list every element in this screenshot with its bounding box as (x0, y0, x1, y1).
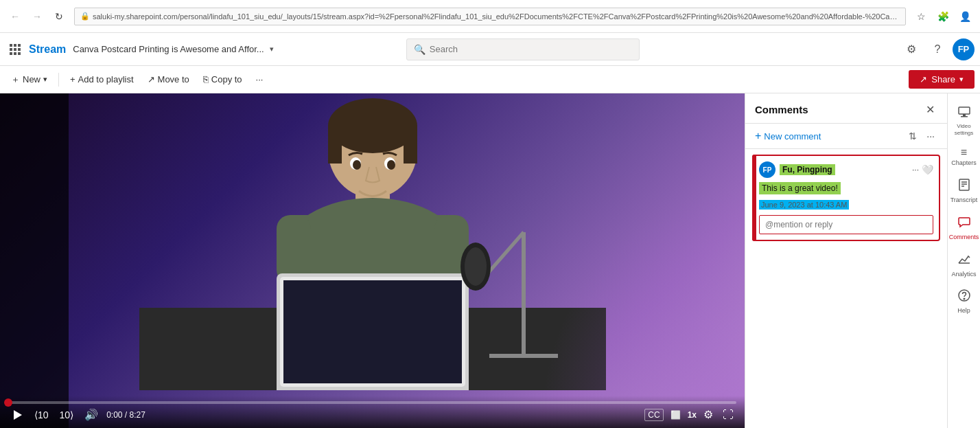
browser-right-icons: ☆ 🧩 👤 (911, 7, 975, 26)
refresh-button[interactable]: ↻ (49, 7, 69, 26)
comment-card: FP Fu, Pingping ··· 🤍 This is a great vi… (752, 155, 940, 241)
toolbar: ＋ New ▾ + Add to playlist ↗ Move to ⎘ Co… (0, 66, 980, 93)
captions-button[interactable]: ⬜ (668, 409, 684, 421)
chapters-label: Chapters (951, 159, 977, 167)
video-settings-icon (957, 104, 971, 122)
svg-rect-21 (283, 280, 462, 383)
add-to-playlist-button[interactable]: + Add to playlist (65, 71, 139, 87)
back-button[interactable]: ← (5, 7, 25, 26)
svg-point-30 (353, 160, 361, 170)
sort-button[interactable]: ⇅ (906, 129, 920, 143)
transcript-label: Transcript (950, 196, 978, 204)
comment-author-row: FP Fu, Pingping ··· 🤍 (759, 161, 933, 178)
right-sidebar: Videosettings ≡ Chapters Transcript (947, 93, 980, 428)
more-dots-icon: ··· (256, 74, 264, 85)
chapters-icon: ≡ (961, 147, 967, 158)
app-bar-right: ⚙ ? FP (900, 38, 975, 60)
copy-icon: ⎘ (203, 74, 209, 85)
copy-to-button[interactable]: ⎘ Copy to (198, 71, 248, 87)
breadcrumb-title: Canva Postcard Printing is Awesome and A… (73, 44, 264, 54)
video-left-dark (0, 93, 69, 428)
new-dropdown-icon: ▾ (43, 75, 47, 84)
user-avatar[interactable]: FP (953, 38, 975, 60)
commenter-avatar: FP (759, 161, 775, 178)
reply-input[interactable] (759, 215, 933, 234)
comments-list: FP Fu, Pingping ··· 🤍 This is a great vi… (745, 149, 947, 428)
svg-rect-2 (18, 44, 21, 47)
sidebar-item-help[interactable]: Help (948, 283, 980, 320)
share-dropdown-icon: ▾ (959, 75, 964, 84)
cc-button[interactable]: CC (644, 409, 663, 421)
svg-rect-4 (14, 48, 16, 51)
svg-point-42 (964, 299, 965, 300)
waffle-menu-icon[interactable] (5, 40, 25, 59)
stream-logo: Stream (29, 43, 66, 56)
move-to-button[interactable]: ↗ Move to (142, 71, 195, 87)
main-content: ⟨10 10⟩ 🔊 0:00 / 8:27 CC ⬜ 1x ⚙ ⛶ Commen… (0, 93, 980, 428)
sidebar-item-chapters[interactable]: ≡ Chapters (948, 142, 980, 172)
sidebar-item-analytics[interactable]: Analytics (948, 247, 980, 284)
comment-timestamp: June 9, 2023 at 10:43 AM (759, 200, 849, 210)
playlist-icon: + (70, 74, 75, 85)
search-input[interactable] (430, 44, 632, 54)
progress-dot (4, 398, 12, 407)
play-button[interactable] (8, 407, 26, 423)
share-icon: ↗ (920, 74, 927, 85)
comments-title: Comments (755, 104, 923, 115)
svg-rect-0 (10, 44, 12, 47)
analytics-icon (957, 252, 971, 269)
svg-rect-11 (328, 126, 342, 164)
comments-icon (957, 215, 971, 232)
forward-button[interactable]: → (27, 7, 47, 26)
share-button[interactable]: ↗ Share ▾ (909, 70, 975, 89)
time-display: 0:00 / 8:27 (106, 410, 145, 420)
extensions-button[interactable]: 🧩 (933, 7, 953, 26)
more-options-button[interactable]: ··· (250, 71, 269, 87)
help-label: Help (957, 307, 970, 315)
breadcrumb-dropdown-icon[interactable]: ▾ (270, 45, 274, 54)
new-button[interactable]: ＋ New ▾ (5, 71, 53, 89)
sidebar-item-transcript[interactable]: Transcript (948, 172, 980, 210)
bookmark-button[interactable]: ☆ (911, 7, 931, 26)
speed-button[interactable]: 1x (688, 410, 697, 420)
comment-actions: ··· 🤍 (912, 164, 933, 175)
help-icon-button[interactable]: ? (926, 38, 948, 60)
browser-chrome: ← → ↻ 🔒 saluki-my.sharepoint.com/persona… (0, 0, 980, 33)
browser-nav-icons: ← → ↻ (5, 7, 69, 26)
svg-rect-3 (10, 48, 12, 51)
comment-more-button[interactable]: ··· (912, 165, 919, 174)
toolbar-divider-1 (58, 73, 59, 87)
svg-rect-6 (10, 52, 12, 55)
skip-forward-button[interactable]: 10⟩ (57, 408, 77, 422)
video-player[interactable]: ⟨10 10⟩ 🔊 0:00 / 8:27 CC ⬜ 1x ⚙ ⛶ (0, 93, 745, 428)
skip-back-button[interactable]: ⟨10 (32, 408, 51, 422)
new-icon: ＋ (11, 74, 20, 86)
svg-rect-35 (961, 116, 968, 117)
sidebar-item-comments[interactable]: Comments (948, 210, 980, 247)
video-controls: ⟨10 10⟩ 🔊 0:00 / 8:27 CC ⬜ 1x ⚙ ⛶ (0, 396, 745, 428)
comments-more-button[interactable]: ··· (924, 129, 937, 143)
profile-button[interactable]: 👤 (955, 7, 975, 26)
help-icon (957, 289, 971, 306)
svg-rect-12 (404, 126, 417, 164)
plus-icon: + (755, 130, 761, 142)
sidebar-item-video-settings[interactable]: Videosettings (948, 99, 980, 142)
like-button[interactable]: 🤍 (922, 164, 933, 175)
search-box: 🔍 (406, 38, 640, 60)
svg-rect-33 (959, 107, 970, 114)
analytics-label: Analytics (951, 271, 976, 278)
volume-button[interactable]: 🔊 (82, 407, 101, 423)
address-bar[interactable]: 🔒 saluki-my.sharepoint.com/personal/lind… (74, 8, 906, 25)
move-icon: ↗ (148, 74, 155, 85)
progress-bar[interactable] (8, 401, 736, 404)
fullscreen-button[interactable]: ⛶ (720, 407, 736, 423)
svg-rect-5 (18, 48, 21, 51)
svg-rect-8 (18, 52, 21, 55)
transcript-icon (957, 178, 971, 195)
settings-button[interactable]: ⚙ (701, 407, 716, 423)
close-comments-button[interactable]: ✕ (923, 102, 937, 117)
settings-icon-button[interactable]: ⚙ (900, 38, 922, 60)
search-icon: 🔍 (414, 44, 425, 55)
controls-row: ⟨10 10⟩ 🔊 0:00 / 8:27 CC ⬜ 1x ⚙ ⛶ (8, 407, 736, 423)
new-comment-button[interactable]: + New comment (755, 130, 902, 142)
